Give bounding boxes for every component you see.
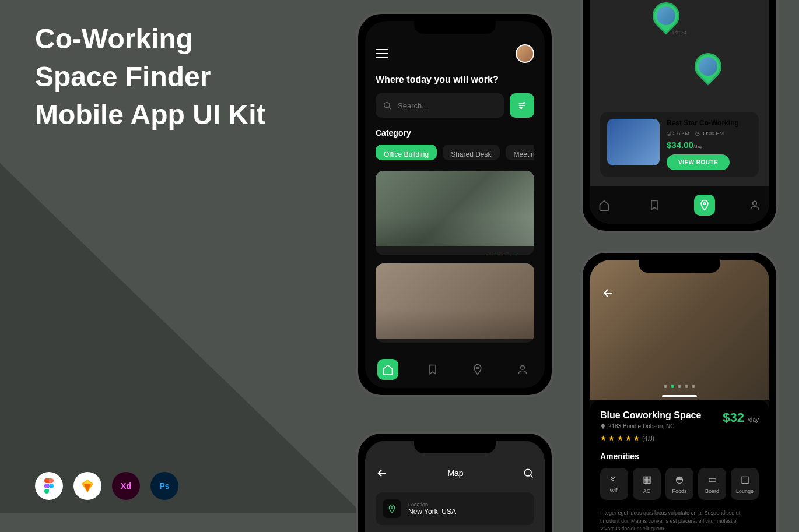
detail-title: Blue Coworking Space	[600, 410, 701, 421]
nav-profile[interactable]	[512, 359, 533, 380]
bottom-nav	[590, 186, 769, 224]
bg-decoration	[0, 163, 362, 513]
bookmark-icon	[649, 199, 660, 211]
chip-shared-desk[interactable]: Shared Desk	[443, 145, 499, 160]
bookmark-icon	[427, 364, 439, 375]
svg-point-6	[703, 203, 705, 205]
nav-profile[interactable]	[744, 195, 765, 216]
food-icon: ◓	[675, 474, 684, 485]
detail-price: $32 /day	[723, 410, 759, 425]
search-button[interactable]	[523, 467, 534, 479]
location-value: New York, USA	[408, 508, 456, 516]
title-line-2: Space Finder	[35, 61, 211, 92]
arrow-left-icon	[601, 286, 615, 300]
svg-point-7	[753, 201, 757, 205]
phone-map-location-screen: Map Location New York, USA	[356, 431, 554, 532]
svg-point-2	[524, 103, 525, 104]
back-button[interactable]	[601, 286, 615, 300]
tool-icons-row: Xd Ps	[35, 472, 178, 500]
map-result-card[interactable]: Best Star Co-Working ◎ 3.6 KM ◷ 03:00 PM…	[600, 112, 759, 177]
time-meta: ◷ 03:00 PM	[695, 131, 724, 136]
amenity-wifi[interactable]: ᯤWifi	[600, 468, 628, 500]
description-text: Integer eget lacus quis lacus vulputate …	[600, 509, 759, 532]
chip-office-building[interactable]: Office Building	[376, 145, 437, 160]
category-label: Category	[376, 128, 534, 138]
svg-point-0	[49, 484, 54, 488]
phone-detail-screen: Blue Coworking Space 2183 Brindle Dobson…	[580, 251, 779, 532]
home-heading: Where today you will work?	[376, 75, 534, 85]
arrow-left-icon	[376, 467, 388, 480]
view-route-button[interactable]: VIEW ROUTE	[667, 154, 730, 170]
sheet-handle[interactable]	[662, 395, 697, 397]
user-icon	[517, 364, 528, 375]
search-input[interactable]	[376, 93, 504, 118]
rating-stars: ★ ★ ★ ★ ★(4.8)	[600, 434, 759, 442]
distance-meta: ◎ 3.6 KM	[667, 131, 689, 136]
svg-point-5	[520, 365, 524, 369]
title-line-1: Co-Working	[35, 23, 193, 54]
listing-image	[376, 263, 534, 339]
detail-address: 2183 Brindle Dobson, NC	[600, 423, 701, 429]
notch	[414, 21, 496, 34]
listing-card[interactable]: Star Office co-working $25.00/day	[376, 263, 534, 343]
svg-point-9	[391, 507, 393, 509]
map-title: Map	[447, 468, 463, 478]
board-icon: ▭	[708, 474, 717, 485]
location-label: Location	[408, 502, 456, 508]
lounge-icon: ◫	[741, 474, 749, 485]
home-icon	[382, 364, 394, 375]
listing-price: $30.00/day	[488, 253, 526, 255]
nav-bookmark[interactable]	[644, 195, 665, 216]
notch	[414, 441, 496, 453]
pin-icon	[699, 199, 710, 211]
user-icon	[749, 199, 761, 211]
nav-home[interactable]	[377, 359, 398, 380]
title-line-3: Mobile App UI Kit	[35, 99, 266, 130]
nav-bookmark[interactable]	[422, 359, 443, 380]
notch	[639, 260, 720, 273]
avatar[interactable]	[516, 44, 534, 63]
filter-button[interactable]	[510, 93, 534, 118]
sketch-icon	[73, 472, 101, 500]
nav-home[interactable]	[594, 195, 615, 216]
location-pin-icon	[383, 499, 401, 518]
pin-icon	[387, 504, 397, 513]
search-icon	[383, 101, 392, 110]
amenities-label: Amenities	[600, 452, 759, 461]
sliders-icon	[517, 101, 527, 110]
detail-hero-image	[590, 260, 769, 400]
xd-icon: Xd	[112, 472, 140, 500]
search-field[interactable]	[398, 101, 497, 110]
listing-image	[376, 171, 534, 246]
wifi-icon: ᯤ	[609, 474, 619, 484]
pager-dots[interactable]	[664, 385, 695, 388]
listing-title: Neonatal co-working	[384, 253, 458, 255]
svg-point-1	[384, 103, 390, 108]
bottom-nav	[365, 351, 545, 388]
chip-meeting-room[interactable]: Meeting Ro	[506, 145, 534, 160]
amenity-lounge[interactable]: ◫Lounge	[731, 468, 759, 500]
home-icon	[598, 199, 610, 211]
amenity-ac[interactable]: ▦AC	[633, 468, 661, 500]
amenity-board[interactable]: ▭Board	[698, 468, 726, 500]
nav-location[interactable]	[467, 359, 488, 380]
promo-title: Co-Working Space Finder Mobile App UI Ki…	[35, 20, 266, 133]
svg-point-4	[476, 367, 478, 369]
map-pin[interactable]	[689, 47, 727, 85]
location-card[interactable]: Location New York, USA	[376, 492, 534, 525]
phone-map-screen: Pitt St Best Star Co-Working ◎ 3.6 KM ◷ …	[580, 0, 779, 233]
menu-icon[interactable]	[376, 49, 388, 58]
back-button[interactable]	[376, 467, 388, 480]
search-icon	[523, 467, 534, 479]
ps-icon: Ps	[150, 472, 178, 500]
map-card-title: Best Star Co-Working	[667, 119, 752, 127]
amenity-foods[interactable]: ◓Foods	[665, 468, 693, 500]
map-card-price: $34.00/day	[667, 140, 752, 150]
pin-icon	[472, 364, 483, 375]
phone-home-screen: Where today you will work? Category Offi…	[356, 12, 554, 397]
ac-icon: ▦	[643, 474, 651, 485]
nav-location[interactable]	[694, 195, 715, 216]
listing-card[interactable]: Neonatal co-working California, USA $30.…	[376, 171, 534, 255]
map-card-image	[607, 119, 660, 165]
pin-icon	[600, 424, 606, 429]
